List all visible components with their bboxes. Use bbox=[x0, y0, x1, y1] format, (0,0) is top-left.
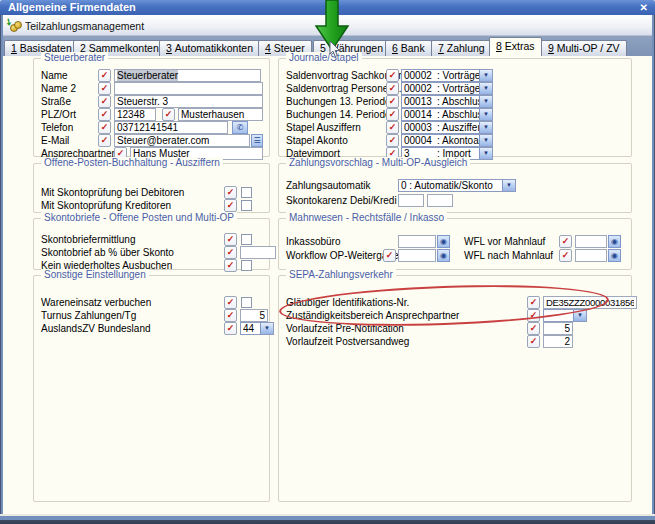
edit-check-icon[interactable]: ✓ bbox=[98, 121, 111, 134]
chevron-down-icon[interactable]: ▼ bbox=[479, 148, 492, 159]
workflow-op-input[interactable] bbox=[398, 249, 436, 262]
kein-ausbuchen-checkbox[interactable] bbox=[241, 260, 252, 271]
telefon-input[interactable] bbox=[114, 121, 228, 134]
saldenvortrag-sachkonten-combo[interactable]: 00002: Vorträge ▼ bbox=[401, 69, 493, 82]
zustaendigkeit-combo[interactable]: ▼ bbox=[543, 309, 587, 322]
chevron-down-icon[interactable]: ▼ bbox=[479, 70, 492, 81]
buchungen-13-combo[interactable]: 00013: Abschlussbuchu ▼ bbox=[401, 95, 493, 108]
edit-check-icon[interactable]: ✓ bbox=[383, 249, 396, 262]
field-row-skonto-debitoren: Mit Skontoprüfung bei Debitoren ✓ bbox=[34, 186, 269, 199]
edit-check-icon[interactable]: ✓ bbox=[527, 296, 540, 309]
lookup-button[interactable]: ◉ bbox=[608, 235, 621, 248]
edit-check-icon[interactable]: ✓ bbox=[98, 82, 111, 95]
vorlauf-pre-input[interactable] bbox=[543, 322, 573, 335]
close-icon[interactable]: ✕ bbox=[640, 1, 648, 14]
buchungen-14-combo[interactable]: 00014: Abschlussbuchu ▼ bbox=[401, 108, 493, 121]
phone-dial-button[interactable]: ✆ bbox=[232, 121, 248, 134]
edit-check-icon[interactable]: ✓ bbox=[224, 259, 237, 272]
chevron-down-icon[interactable]: ▼ bbox=[573, 310, 586, 321]
edit-check-icon[interactable]: ✓ bbox=[98, 108, 111, 121]
group-steuerberater: Steuerberater Name ✓ Steuerberater Name … bbox=[33, 58, 270, 157]
edit-check-icon[interactable]: ✓ bbox=[224, 233, 237, 246]
plz-input[interactable] bbox=[114, 108, 156, 121]
edit-check-icon[interactable]: ✓ bbox=[527, 309, 540, 322]
skonto-kreditoren-checkbox[interactable] bbox=[241, 200, 252, 211]
group-title: Steuerberater bbox=[41, 52, 108, 63]
edit-check-icon[interactable]: ✓ bbox=[527, 322, 540, 335]
tab-automatikkonten[interactable]: 3 Automatikkonten bbox=[159, 40, 260, 56]
teilzahlungsmanagement-button[interactable]: ➘ Teilzahlungsmanagement bbox=[5, 17, 144, 34]
lookup-button[interactable]: ◉ bbox=[437, 249, 450, 262]
email-input[interactable] bbox=[114, 134, 250, 147]
title-bar: Allgemeine Firmendaten ✕ bbox=[0, 0, 655, 15]
auslandszv-combo[interactable]: 44 ▼ bbox=[240, 322, 274, 335]
edit-check-icon[interactable]: ✓ bbox=[386, 121, 399, 134]
tab-zahlung[interactable]: 7 Zahlung bbox=[431, 40, 492, 56]
chevron-down-icon[interactable]: ▼ bbox=[479, 135, 492, 146]
email-button[interactable]: ☰ bbox=[251, 134, 263, 147]
field-row-buchungen-14: Buchungen 14. Periode ✓ 00014: Abschluss… bbox=[279, 108, 631, 121]
edit-check-icon[interactable]: ✓ bbox=[386, 95, 399, 108]
lookup-button[interactable]: ◉ bbox=[437, 235, 450, 248]
edit-check-icon[interactable]: ✓ bbox=[98, 69, 111, 82]
strasse-input[interactable] bbox=[114, 95, 263, 108]
edit-check-icon[interactable]: ✓ bbox=[224, 322, 237, 335]
stapel-ausziffern-combo[interactable]: 00003: Auszifferungsbu ▼ bbox=[401, 121, 493, 134]
turnus-zahlungen-input[interactable] bbox=[240, 309, 268, 322]
inkassobuero-input[interactable] bbox=[398, 235, 436, 248]
name2-input[interactable] bbox=[114, 82, 263, 95]
field-row-vorlauf-pre: Vorlaufzeit Pre-Notification ✓ bbox=[279, 322, 631, 335]
name-input[interactable]: Steuerberater bbox=[114, 69, 261, 82]
skontobrief-prozent-input[interactable] bbox=[240, 246, 276, 259]
allgemeine-firmendaten-window: Allgemeine Firmendaten ✕ ➘ Teilzahlungsm… bbox=[0, 0, 655, 524]
tab-bank[interactable]: 6 Bank bbox=[385, 40, 432, 56]
stapel-akonto-combo[interactable]: 00004: Akontoanforder ▼ bbox=[401, 134, 493, 147]
lookup-button[interactable]: ◉ bbox=[608, 249, 621, 262]
toolbar: ➘ Teilzahlungsmanagement bbox=[0, 15, 655, 36]
field-row-inkassobuero: Inkassobüro ◉ WFL vor Mahnlauf ✓ ◉ bbox=[279, 235, 631, 248]
chevron-down-icon[interactable]: ▼ bbox=[479, 83, 492, 94]
group-journale-stapel: Journale/Stapel Saldenvortrag Sachkonten… bbox=[278, 58, 632, 157]
edit-check-icon[interactable]: ✓ bbox=[98, 134, 111, 147]
wareneinsatz-checkbox[interactable] bbox=[241, 297, 252, 308]
vorlauf-post-input[interactable] bbox=[543, 335, 573, 348]
edit-check-icon[interactable]: ✓ bbox=[559, 235, 572, 248]
field-row-skontokarenz: Skontokarenz Debi/Kredi bbox=[279, 194, 631, 207]
chevron-down-icon[interactable]: ▼ bbox=[479, 122, 492, 133]
ort-input[interactable] bbox=[178, 108, 263, 121]
zahlungsautomatik-combo[interactable]: 0 : Automatik/Skonto ▼ bbox=[398, 179, 516, 192]
wfl-nach-mahnlauf-input[interactable] bbox=[575, 249, 607, 262]
edit-check-icon[interactable]: ✓ bbox=[386, 69, 399, 82]
edit-check-icon[interactable]: ✓ bbox=[386, 82, 399, 95]
edit-check-icon[interactable]: ✓ bbox=[224, 186, 237, 199]
coins-icon: ➘ bbox=[5, 18, 21, 33]
skontokarenz-debi-input[interactable] bbox=[398, 194, 424, 207]
group-sonstige: Sonstige Einstellungen Wareneinsatz verb… bbox=[33, 275, 270, 502]
chevron-down-icon[interactable]: ▼ bbox=[260, 323, 273, 334]
chevron-down-icon[interactable]: ▼ bbox=[502, 180, 515, 191]
edit-check-icon[interactable]: ✓ bbox=[224, 309, 237, 322]
field-row-stapel-ausziffern: Stapel Ausziffern ✓ 00003: Auszifferungs… bbox=[279, 121, 631, 134]
saldenvortrag-personenk-combo[interactable]: 00002: Vorträge ▼ bbox=[401, 82, 493, 95]
tab-extras[interactable]: 8 Extras bbox=[489, 37, 542, 56]
chevron-down-icon[interactable]: ▼ bbox=[479, 109, 492, 120]
field-row-name2: Name 2 ✓ bbox=[34, 82, 269, 95]
edit-check-icon[interactable]: ✓ bbox=[386, 134, 399, 147]
glaeubiger-id-input[interactable] bbox=[543, 296, 637, 309]
edit-check-icon[interactable]: ✓ bbox=[98, 95, 111, 108]
skontokarenz-kredi-input[interactable] bbox=[427, 194, 453, 207]
edit-check-icon[interactable]: ✓ bbox=[386, 108, 399, 121]
chevron-down-icon[interactable]: ▼ bbox=[479, 96, 492, 107]
group-title: Zahlungsvorschlag - Multi-OP-Ausgleich bbox=[286, 157, 470, 168]
edit-check-icon[interactable]: ✓ bbox=[527, 335, 540, 348]
group-title: SEPA-Zahlungsverkehr bbox=[286, 269, 396, 280]
skontobriefermittlung-checkbox[interactable] bbox=[241, 234, 252, 245]
skonto-debitoren-checkbox[interactable] bbox=[241, 187, 252, 198]
edit-check-icon[interactable]: ✓ bbox=[224, 199, 237, 212]
edit-check-icon[interactable]: ✓ bbox=[162, 108, 175, 121]
edit-check-icon[interactable]: ✓ bbox=[224, 246, 237, 259]
tab-multi-op-zv[interactable]: 9 Multi-OP / ZV bbox=[541, 40, 627, 56]
edit-check-icon[interactable]: ✓ bbox=[559, 249, 572, 262]
edit-check-icon[interactable]: ✓ bbox=[224, 296, 237, 309]
wfl-vor-mahnlauf-input[interactable] bbox=[575, 235, 607, 248]
